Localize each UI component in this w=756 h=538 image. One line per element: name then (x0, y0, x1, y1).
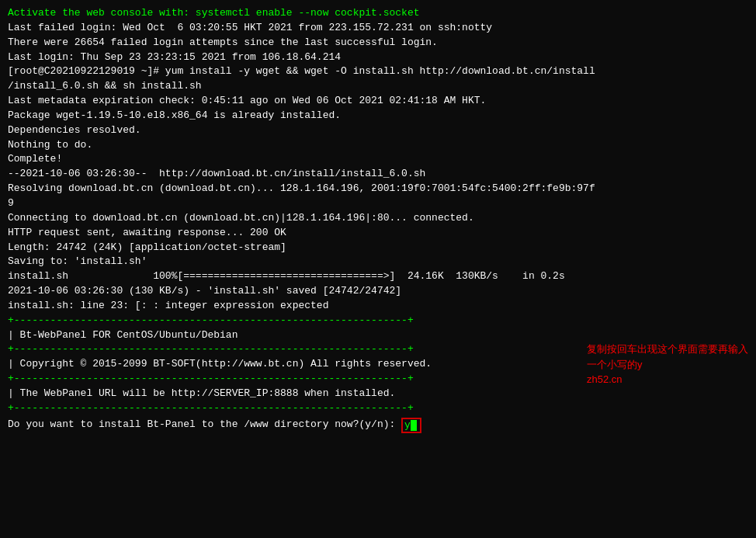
terminal-line: | The WebPanel URL will be http://SERVER… (8, 387, 748, 401)
terminal-line: Nothing to do. (8, 138, 748, 153)
terminal-line: 9 (8, 196, 748, 211)
terminal-line: Length: 24742 (24K) [application/octet-s… (8, 241, 748, 255)
terminal-line: | Bt-WebPanel FOR CentOS/Ubuntu/Debian (8, 328, 748, 343)
terminal-line: HTTP request sent, awaiting response... … (8, 226, 748, 241)
input-value: y (404, 419, 411, 431)
input-container[interactable]: y (401, 418, 421, 433)
terminal-line: Last failed login: Wed Oct 6 03:20:55 HK… (8, 21, 748, 36)
annotation-line1: 复制按回车出现这个界面需要再输入 (587, 342, 748, 357)
terminal-line: install.sh 100%[========================… (8, 269, 748, 284)
terminal-line: Package wget-1.19.5-10.el8.x86_64 is alr… (8, 109, 748, 123)
terminal-line: Saving to: 'install.sh' (8, 255, 748, 269)
terminal-line: /install_6.0.sh && sh install.sh (8, 79, 748, 94)
terminal-line: Complete! (8, 152, 748, 167)
terminal-line: Dependencies resolved. (8, 123, 748, 138)
terminal-line: [root@C20210922129019 ~]# yum install -y… (8, 64, 748, 79)
terminal-line: Last metadata expiration check: 0:45:11 … (8, 94, 748, 109)
cursor (411, 420, 417, 431)
terminal-line: Connecting to download.bt.cn (download.b… (8, 211, 748, 226)
terminal-line: +---------------------------------------… (8, 314, 748, 328)
prompt-line: Do you want to install Bt-Panel to the /… (8, 418, 748, 433)
terminal-line: 2021-10-06 03:26:30 (130 KB/s) - 'instal… (8, 284, 748, 299)
terminal-line: Resolving download.bt.cn (download.bt.cn… (8, 182, 748, 196)
terminal-window: Activate the web console with: systemctl… (0, 0, 756, 538)
terminal-line: Last login: Thu Sep 23 23:23:15 2021 fro… (8, 50, 748, 65)
annotation-box: 复制按回车出现这个界面需要再输入 一个小写的y zh52.cn (587, 342, 748, 387)
terminal-line: Activate the web console with: systemctl… (8, 6, 748, 21)
prompt-text: Do you want to install Bt-Panel to the /… (8, 418, 401, 432)
terminal-line: --2021-10-06 03:26:30-- http://download.… (8, 167, 748, 182)
terminal-line: +---------------------------------------… (8, 401, 748, 416)
annotation-line2: 一个小写的y (587, 357, 748, 373)
annotation-line3: zh52.cn (587, 372, 748, 387)
terminal-line: install.sh: line 23: [: : integer expres… (8, 299, 748, 314)
terminal-line: There were 26654 failed login attempts s… (8, 36, 748, 50)
